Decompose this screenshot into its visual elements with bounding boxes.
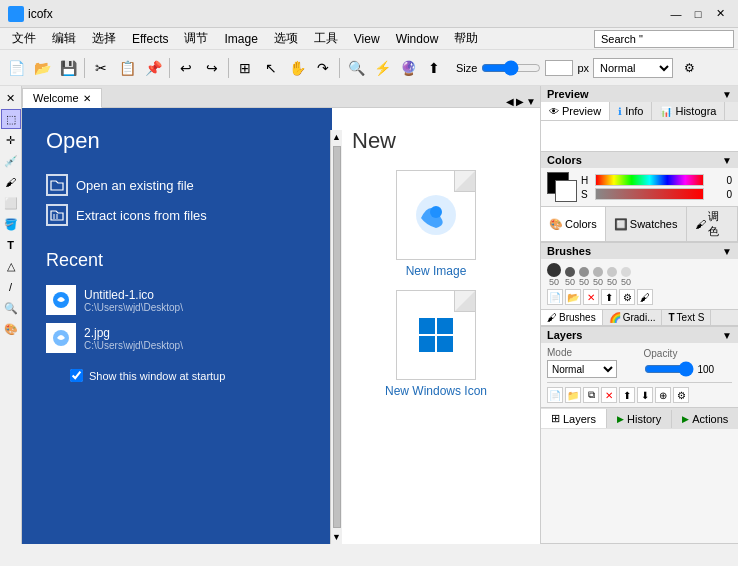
scroll-down[interactable]: ▼	[330, 530, 343, 544]
menu-view[interactable]: View	[346, 30, 388, 48]
cut-button[interactable]: ✂	[89, 56, 113, 80]
move-tool[interactable]: ✛	[1, 130, 21, 150]
pointer-button[interactable]: ↖	[259, 56, 283, 80]
preview-header[interactable]: Preview ▼	[541, 86, 738, 102]
redo-button[interactable]: ↪	[200, 56, 224, 80]
move-button[interactable]: ✋	[285, 56, 309, 80]
extract-icons-button[interactable]: Extract icons from files	[46, 200, 308, 230]
fill-tool[interactable]: 🪣	[1, 214, 21, 234]
gradient-tab[interactable]: 🌈 Gradi...	[603, 310, 663, 325]
new-image-button[interactable]: New Image	[352, 170, 520, 278]
color-swatches[interactable]	[547, 172, 577, 202]
brush-4[interactable]: 50	[607, 267, 617, 287]
tab-prev[interactable]: ◀	[506, 96, 514, 107]
saturation-gradient[interactable]	[595, 188, 704, 200]
brush-new-btn[interactable]: 📄	[547, 289, 563, 305]
close-button[interactable]: ✕	[710, 4, 730, 24]
tab-next[interactable]: ▶	[516, 96, 524, 107]
brush-settings-btn[interactable]: ⚙	[619, 289, 635, 305]
recent-item-0[interactable]: Untitled-1.ico C:\Users\wjd\Desktop\	[46, 281, 308, 319]
search-input[interactable]	[647, 33, 707, 45]
brush-3[interactable]: 50	[593, 267, 603, 287]
search-box[interactable]: Search "	[594, 30, 734, 48]
settings-button[interactable]: ⚙	[677, 56, 701, 80]
eyedropper-tool[interactable]: 💉	[1, 151, 21, 171]
swatches-tab[interactable]: 🔲 Swatches	[606, 207, 687, 241]
layer-settings-btn[interactable]: ⚙	[673, 387, 689, 403]
hue-gradient[interactable]	[595, 174, 704, 186]
select-tool[interactable]: ⬚	[1, 109, 21, 129]
brush-5[interactable]: 50	[621, 267, 631, 287]
brush-1[interactable]: 50	[565, 267, 575, 287]
zoom-tool[interactable]: 🔍	[1, 298, 21, 318]
menu-help[interactable]: 帮助	[446, 28, 486, 49]
text-style-tab[interactable]: T Text S	[662, 310, 711, 325]
grid-button[interactable]: ⊞	[233, 56, 257, 80]
layer-folder-btn[interactable]: 📁	[565, 387, 581, 403]
brush-0[interactable]: 50	[547, 263, 561, 287]
scroll-thumb[interactable]	[333, 146, 341, 528]
content-scrollbar[interactable]: ▲ ▼	[330, 130, 342, 544]
line-tool[interactable]: /	[1, 277, 21, 297]
layers-collapse[interactable]: ▼	[722, 330, 732, 341]
paint-tool[interactable]: 🖌	[1, 172, 21, 192]
save-button[interactable]: 💾	[56, 56, 80, 80]
color-picker-tool[interactable]: 🎨	[1, 319, 21, 339]
actions-bottom-tab[interactable]: ▶ Actions	[672, 410, 738, 428]
layers-opacity-slider[interactable]	[644, 361, 694, 377]
color-mixer-tab[interactable]: 🖌 调色	[687, 207, 739, 241]
brush-delete-btn[interactable]: ✕	[583, 289, 599, 305]
brush-move-btn[interactable]: ⬆	[601, 289, 617, 305]
layers-mode-select[interactable]: Normal	[547, 360, 617, 378]
menu-adjust[interactable]: 调节	[176, 28, 216, 49]
brushes-header[interactable]: Brushes ▼	[541, 243, 738, 259]
show-startup-checkbox[interactable]	[70, 369, 83, 382]
mode-select[interactable]: Normal Dissolve Multiply	[593, 58, 673, 78]
welcome-tab-close[interactable]: ✕	[83, 93, 91, 104]
preview-tab-preview[interactable]: 👁 Preview	[541, 102, 610, 120]
menu-window[interactable]: Window	[388, 30, 447, 48]
menu-file[interactable]: 文件	[4, 28, 44, 49]
maximize-button[interactable]: □	[688, 4, 708, 24]
preview-tab-info[interactable]: ℹ Info	[610, 102, 652, 120]
new-windows-icon-button[interactable]: New Windows Icon	[352, 290, 520, 398]
layer-duplicate-btn[interactable]: ⧉	[583, 387, 599, 403]
preview-tab-histogram[interactable]: 📊 Histogra	[652, 102, 725, 120]
brush-paint-btn[interactable]: 🖌	[637, 289, 653, 305]
open-existing-button[interactable]: Open an existing file	[46, 170, 308, 200]
menu-effects[interactable]: Effects	[124, 30, 176, 48]
brush-folder-btn[interactable]: 📂	[565, 289, 581, 305]
menu-edit[interactable]: 编辑	[44, 28, 84, 49]
filter-button[interactable]: 🔮	[396, 56, 420, 80]
minimize-button[interactable]: —	[666, 4, 686, 24]
open-button[interactable]: 📂	[30, 56, 54, 80]
history-bottom-tab[interactable]: ▶ History	[607, 410, 672, 428]
layer-down-btn[interactable]: ⬇	[637, 387, 653, 403]
menu-select[interactable]: 选择	[84, 28, 124, 49]
colors-header[interactable]: Colors ▼	[541, 152, 738, 168]
eraser-tool[interactable]: ⬜	[1, 193, 21, 213]
effect-button[interactable]: ⚡	[370, 56, 394, 80]
menu-tools[interactable]: 工具	[306, 28, 346, 49]
brushes-brush-tab[interactable]: 🖌 Brushes	[541, 310, 603, 325]
size-slider[interactable]	[481, 60, 541, 76]
tab-menu[interactable]: ▼	[526, 96, 536, 107]
new-button[interactable]: 📄	[4, 56, 28, 80]
background-color[interactable]	[555, 180, 577, 202]
close-panel-button[interactable]: ✕	[1, 88, 21, 108]
layer-delete-btn[interactable]: ✕	[601, 387, 617, 403]
layer-up-btn[interactable]: ⬆	[619, 387, 635, 403]
text-tool[interactable]: T	[1, 235, 21, 255]
layer-new-btn[interactable]: 📄	[547, 387, 563, 403]
brush-2[interactable]: 50	[579, 267, 589, 287]
menu-options[interactable]: 选项	[266, 28, 306, 49]
welcome-tab[interactable]: Welcome ✕	[22, 88, 102, 108]
brushes-collapse[interactable]: ▼	[722, 246, 732, 257]
menu-image[interactable]: Image	[216, 30, 265, 48]
export-button[interactable]: ⬆	[422, 56, 446, 80]
undo-button[interactable]: ↩	[174, 56, 198, 80]
layers-bottom-tab[interactable]: ⊞ Layers	[541, 409, 607, 428]
layers-header[interactable]: Layers ▼	[541, 327, 738, 343]
size-input[interactable]: 50	[545, 60, 573, 76]
colors-tab[interactable]: 🎨 Colors	[541, 207, 606, 241]
